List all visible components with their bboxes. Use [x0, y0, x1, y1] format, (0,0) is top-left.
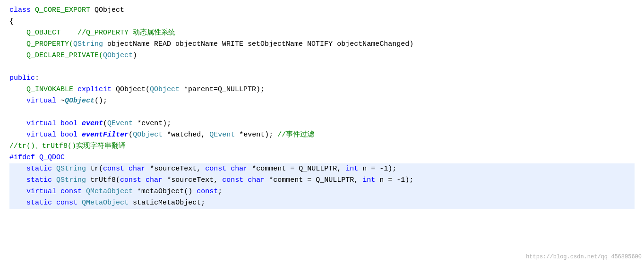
code-line: Q_DECLARE_PRIVATE(QObject) — [9, 50, 635, 61]
code-token: objectName READ objectName WRITE setObje… — [103, 40, 413, 48]
code-token: QString — [56, 176, 86, 184]
code-token: ; — [218, 187, 222, 196]
code-token: ~ — [56, 97, 65, 105]
code-line: static const QMetaObject staticMetaObjec… — [9, 197, 635, 209]
code-line: static QString trUtf8(const char *source… — [9, 175, 635, 186]
code-token: class — [9, 6, 35, 14]
code-line: { — [9, 16, 635, 27]
code-token: QString — [73, 40, 103, 48]
code-token: //事件过滤 — [277, 131, 314, 139]
code-token: ) — [133, 51, 137, 60]
code-line: virtual const QMetaObject *metaObject() … — [9, 186, 635, 197]
code-token: tr( — [86, 165, 103, 173]
code-token: { — [9, 17, 14, 26]
code-token — [9, 97, 26, 105]
code-token — [124, 165, 129, 173]
code-token — [82, 187, 86, 196]
code-token: #ifdef Q_QDOC — [9, 153, 65, 162]
code-line: Q_PROPERTY(QString objectName READ objec… — [9, 39, 635, 50]
code-token: char — [129, 165, 146, 173]
code-token — [56, 187, 60, 196]
code-token: QObject — [133, 131, 163, 139]
code-token: trUtf8( — [86, 176, 120, 184]
code-token: QObject — [90, 6, 124, 14]
code-token — [77, 199, 82, 207]
code-token: const — [205, 165, 226, 173]
code-line: static QString tr(const char *sourceText… — [9, 163, 635, 175]
code-token — [52, 199, 56, 207]
code-token: virtual — [26, 119, 56, 128]
code-line: virtual bool event(QEvent *event); — [9, 118, 635, 129]
code-token: QString — [56, 165, 86, 173]
code-token: QMetaObject — [86, 187, 133, 196]
code-token: *parent=Q_NULLPTR); — [180, 85, 265, 94]
code-token: //tr()、trUtf8()实现字符串翻译 — [9, 142, 126, 150]
code-line — [9, 61, 635, 73]
code-token: *event); — [133, 119, 171, 128]
code-token — [226, 165, 231, 173]
code-token — [77, 131, 82, 139]
code-token: eventFilter — [82, 131, 129, 139]
code-container: class Q_CORE_EXPORT QObject{ Q_OBJECT //… — [0, 0, 644, 264]
code-token — [243, 176, 248, 184]
code-token: Q_CORE_EXPORT — [35, 6, 90, 14]
code-line: #ifdef Q_QDOC — [9, 152, 635, 163]
code-line — [9, 107, 635, 118]
code-token — [73, 85, 77, 94]
code-line: Q_INVOKABLE explicit QObject(QObject *pa… — [9, 84, 635, 95]
code-block: class Q_CORE_EXPORT QObject{ Q_OBJECT //… — [0, 5, 644, 209]
code-token: *metaObject() — [133, 187, 197, 196]
code-token: n = -1); — [375, 176, 413, 184]
code-token: *watched, — [163, 131, 209, 139]
code-token: *comment = Q_NULLPTR, — [265, 176, 362, 184]
code-token — [56, 131, 60, 139]
code-token: Q_OBJECT — [9, 29, 60, 37]
code-token: explicit — [77, 85, 112, 94]
code-token: QObject — [150, 85, 180, 94]
code-token: Q_PROPERTY( — [9, 40, 73, 48]
code-token: const — [103, 165, 124, 173]
code-token: QObject — [103, 51, 133, 60]
code-token: virtual — [26, 131, 56, 139]
code-token: virtual — [26, 187, 56, 196]
code-token: Q_INVOKABLE — [9, 85, 73, 94]
code-token: (); — [94, 97, 107, 105]
code-line: virtual ~QObject(); — [9, 95, 635, 107]
code-token: const — [56, 199, 77, 207]
code-token: QMetaObject — [82, 199, 129, 207]
code-token — [60, 29, 77, 37]
code-token: bool — [60, 119, 77, 128]
code-line: virtual bool eventFilter(QObject *watche… — [9, 129, 635, 141]
code-token: bool — [60, 131, 77, 139]
code-line: class Q_CORE_EXPORT QObject — [9, 5, 635, 16]
code-token: const — [120, 176, 141, 184]
code-token: staticMetaObject; — [129, 199, 205, 207]
code-token — [52, 176, 56, 184]
code-token: *comment = Q_NULLPTR, — [248, 165, 345, 173]
code-token: *sourceText, — [163, 176, 222, 184]
code-token — [9, 199, 26, 207]
code-token: virtual — [26, 97, 56, 105]
code-token: : — [35, 74, 39, 82]
code-token: int — [345, 165, 358, 173]
code-token: QEvent — [209, 131, 235, 139]
code-token — [52, 165, 56, 173]
code-line: //tr()、trUtf8()实现字符串翻译 — [9, 141, 635, 152]
code-token — [56, 119, 60, 128]
code-token: *sourceText, — [146, 165, 205, 173]
code-token: n = -1); — [358, 165, 396, 173]
code-token: static — [26, 165, 52, 173]
code-token: const — [222, 176, 243, 184]
code-token: static — [26, 176, 52, 184]
code-token: const — [197, 187, 218, 196]
code-token — [77, 119, 82, 128]
code-token: //Q_PROPERTY 动态属性系统 — [77, 29, 175, 37]
code-token: ( — [129, 131, 133, 139]
code-token: ( — [103, 119, 107, 128]
code-line: Q_OBJECT //Q_PROPERTY 动态属性系统 — [9, 27, 635, 39]
code-token — [9, 187, 26, 196]
code-token: QObject — [65, 97, 94, 105]
code-token — [9, 176, 26, 184]
code-token: event — [82, 119, 103, 128]
code-token: char — [231, 165, 248, 173]
